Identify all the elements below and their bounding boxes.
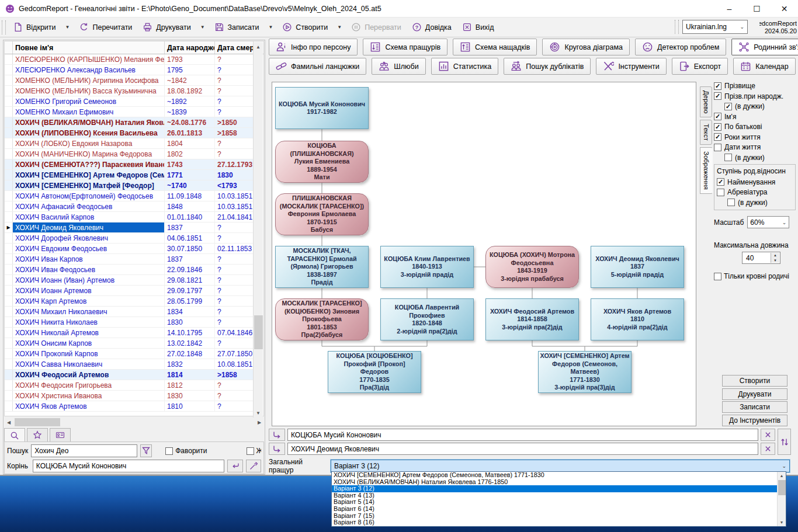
dropdown-scrollbar[interactable]: ▲ ▼	[777, 472, 786, 526]
table-row[interactable]: ХОХИЧ Иван Карпов1837?	[5, 254, 254, 265]
minimize-button[interactable]: –	[716, 0, 743, 18]
auto-root-button[interactable]	[246, 460, 261, 472]
dropdown-option[interactable]: Варіант 3 (12)	[332, 485, 786, 492]
tab-circle-diagram[interactable]: Кругова діаграма	[542, 39, 630, 55]
toolbar-button-pause[interactable]: Перервати	[346, 19, 407, 36]
goto-person1-button[interactable]	[269, 429, 285, 441]
settings-checkbox[interactable]: ✓Ім'я	[714, 113, 796, 121]
scroll-up-icon[interactable]: ▲	[778, 472, 786, 479]
table-row[interactable]: ХОХИЧ [СЕМЕНЕНКО] Матфей [Феодор]~1740<1…	[5, 180, 254, 191]
toolbar-button-refresh[interactable]: Перечитати	[74, 19, 137, 36]
table-horizontal-scrollbar[interactable]: ◀ ▶	[4, 418, 264, 427]
dropdown-option[interactable]: ХОХИЧ (ВЕЛИКАЯ/МОВЧАН) Наталия Яковлева …	[332, 479, 786, 486]
table-row[interactable]: ХОХИЧ Михаил Николаевич1834?	[5, 307, 254, 317]
table-row[interactable]: ХОХИЧ Николай Артемов14.10.179507.04.184…	[5, 328, 254, 338]
tab-tools[interactable]: Інструменти	[596, 58, 666, 75]
mini-tab-search[interactable]	[4, 428, 25, 442]
checkbox-box[interactable]	[717, 189, 724, 196]
checkbox-box[interactable]: ✓	[714, 92, 721, 100]
search-input[interactable]: Хохич Део	[31, 444, 137, 457]
toolbar-gripper[interactable]	[2, 20, 6, 34]
settings-button[interactable]: Друкувати	[722, 388, 787, 400]
swap-persons-button[interactable]	[778, 429, 791, 455]
table-row[interactable]: ХОХИЧ (ВЕЛИКАЯ/МОВЧАН) Наталия Яковлева~…	[5, 117, 254, 128]
scrollbar-thumb[interactable]	[15, 418, 60, 426]
tab-stats[interactable]: Статистика	[431, 58, 499, 75]
person1-input[interactable]: КОЦЮБА Мусий Кононович	[287, 429, 758, 441]
dropdown-option[interactable]: Варіант 4 (13)	[332, 492, 786, 499]
tab-export[interactable]: Експорт	[672, 58, 728, 75]
table-row[interactable]: ХОМЕНКО Михаил Ефимович~1839?	[5, 107, 254, 117]
scrollbar-thumb[interactable]	[778, 480, 786, 495]
tree-person-box[interactable]: ХОХИЧ Деомид Яковлевич18375-юрідній прад…	[591, 246, 684, 288]
scroll-left-icon[interactable]: ◀	[4, 418, 13, 427]
root-person-input[interactable]: КОЦЮБА Мусий Кононович	[33, 460, 225, 472]
table-row[interactable]: ХОХИЧ [СЕМЕНЕНКО] Артем Федоров (Семеоно…	[5, 170, 254, 180]
scroll-down-icon[interactable]: ▼	[778, 519, 786, 526]
scroll-down-icon[interactable]: ▼	[254, 408, 263, 418]
tree-person-box[interactable]: КОЦЮБА [КОЦЮБЕНКО]Прокофий [Прокоп] Федо…	[328, 351, 421, 393]
table-row[interactable]: ХОХИЧ Василий Карпов01.01.184021.04.1841	[5, 212, 254, 222]
scroll-right-icon[interactable]: ▶	[255, 418, 264, 427]
tab-relationship[interactable]: Родинний зв'язок	[731, 39, 798, 55]
favorites-checkbox[interactable]: Фаворити	[165, 447, 207, 455]
table-row[interactable]: ХОХИЧ (МАНИЧЕНКО) Марина Федорова1802?	[5, 149, 254, 159]
settings-checkbox[interactable]: ✓Прізв.при народж.	[714, 92, 796, 100]
clear-person2-button[interactable]	[761, 443, 775, 455]
tree-person-box[interactable]: ХОХИЧ [СЕМЕНЕНКО] АртемФедоров (Семеонов…	[538, 351, 632, 393]
person2-input[interactable]: ХОХИЧ Деомид Яковлевич	[287, 443, 758, 455]
table-row[interactable]: ХОХИЧ Дорофей Яковлевич04.06.1851?	[5, 233, 254, 244]
scroll-up-icon[interactable]: ▲	[254, 42, 263, 51]
settings-checkbox[interactable]: (в дужки)	[724, 154, 796, 162]
dropdown-caret-icon[interactable]: ▼	[264, 25, 277, 30]
alive-checkbox[interactable]: Живі	[247, 447, 261, 455]
table-row[interactable]: ХОХИЧ (ЛОБКО) Евдокия Назарова1804?	[5, 138, 254, 149]
tree-person-box[interactable]: ХОХИЧ Яков Артемов18104-юрідній пра(2)ді…	[591, 298, 684, 340]
scale-select[interactable]: 60% ⌄	[747, 216, 789, 228]
tab-problems[interactable]: Детектор проблем	[635, 39, 726, 55]
tree-person-box[interactable]: ХОХИЧ Феодосий Артемов1814-18583-юрідній…	[485, 298, 579, 340]
table-row[interactable]: ХОХИЧ Афанасий Феодосьев184810.03.1851	[5, 201, 254, 212]
table-row[interactable]: ХОХИЧ Карп Артемов28.05.1799?	[5, 296, 254, 307]
table-row[interactable]: ХЛЕСЮРЕНКО (КАРПЫШЕНКО) Мелания Федоровн…	[5, 54, 254, 65]
table-row[interactable]: ХОХИЧ Евдоким Феодосьев30.07.185002.11.1…	[5, 244, 254, 254]
table-row[interactable]: ХОХИЧ Иван Феодосьев22.09.1846?	[5, 265, 254, 275]
blood-relatives-checkbox[interactable]: Тільки кровні родичі	[714, 272, 796, 280]
table-row[interactable]: ХОХИЧ Феодосий Артемов1814>1858	[5, 370, 254, 380]
max-length-stepper[interactable]: 40 ▲ ▼	[742, 252, 780, 264]
checkbox-box[interactable]: ✓	[714, 133, 721, 141]
tree-person-box[interactable]: КОЦЮБА Мусий Кононович1917-1982	[275, 87, 369, 129]
view-tab-inactive[interactable]: Дерево	[700, 86, 712, 117]
column-deathdate[interactable]: Дата смерті	[215, 41, 254, 54]
tab-person-info[interactable]: Інфо про персону	[269, 39, 358, 55]
tab-chains[interactable]: Фамильні ланцюжки	[269, 58, 366, 75]
tree-person-box[interactable]: КОЦЮБА (ПЛИШКАНОВСКАЯ)Лукия Евмениева188…	[275, 141, 369, 183]
tree-person-box[interactable]: КОЦЮБА ЛаврентийПрокофиев1820-18482-юрід…	[380, 298, 474, 340]
settings-checkbox[interactable]: ✓Найменування	[717, 178, 793, 186]
checkbox-box[interactable]: ✓	[714, 113, 721, 120]
settings-checkbox[interactable]: Абревіатура	[717, 188, 793, 196]
table-vertical-scrollbar[interactable]: ▲ ▼	[253, 42, 263, 418]
clear-person1-button[interactable]	[761, 429, 775, 441]
table-row[interactable]: ХОМЕНКО (МЕЛЬНИК) Васса Кузьминична18.08…	[5, 86, 254, 96]
checkbox-box[interactable]	[724, 154, 732, 161]
dropdown-option[interactable]: Варіант 5 (14)	[332, 499, 786, 506]
table-row[interactable]: ХОМЕНКО Григорий Семеонов~1892?	[5, 96, 254, 107]
view-tab-active[interactable]: Зображення	[700, 147, 713, 194]
settings-checkbox[interactable]: ✓Роки життя	[714, 133, 796, 141]
checkbox-box[interactable]: ✓	[714, 82, 721, 90]
dropdown-option[interactable]: Варіант 8 (16)	[332, 519, 786, 526]
settings-checkbox[interactable]: (в дужки)	[727, 199, 793, 207]
table-row[interactable]: ХОМЕНКО (МЕЛЬНИК) Агрипина Иосифова~1842…	[5, 75, 254, 86]
settings-checkbox[interactable]: ✓По батькові	[714, 123, 796, 131]
settings-checkbox[interactable]: Дати життя	[714, 143, 796, 151]
toolbar-gripper[interactable]	[675, 20, 679, 34]
table-row[interactable]: ХОХИЧ Никита Николаев1830?	[5, 317, 254, 328]
language-select[interactable]: Ukrainian.lng ⌄	[682, 20, 748, 34]
common-ancestor-select[interactable]: Варіант 3 (12) ⌄	[331, 460, 790, 472]
table-row[interactable]: ХЛЕСЮРЕНКО Александр Васильев1795?	[5, 65, 254, 75]
dropdown-caret-icon[interactable]: ▼	[333, 25, 346, 30]
dropdown-caret-icon[interactable]: ▼	[61, 25, 74, 30]
toolbar-button-help[interactable]: Довідка	[407, 19, 457, 36]
dropdown-option[interactable]: Варіант 6 (14)	[332, 506, 786, 513]
